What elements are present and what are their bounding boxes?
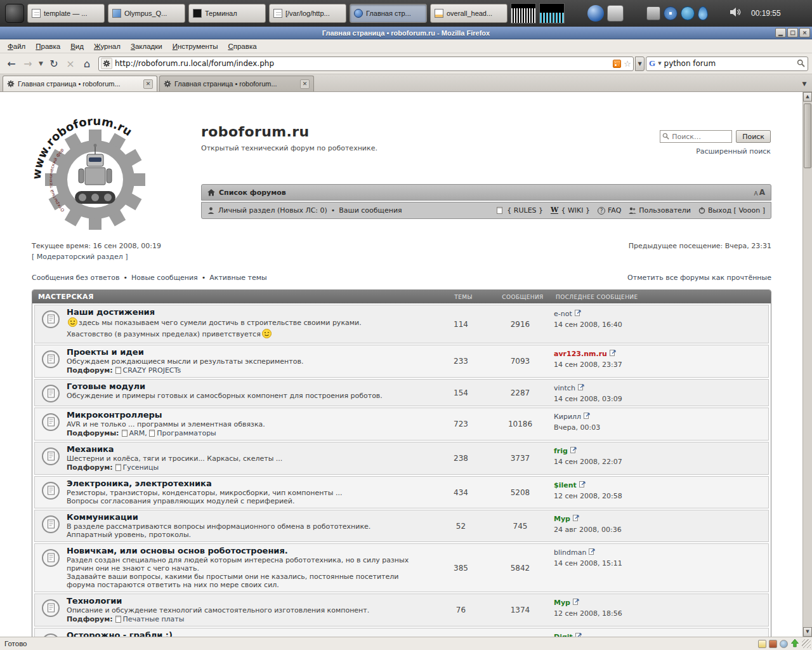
menu-history[interactable]: Журнал [89, 41, 126, 52]
category-title[interactable]: МАСТЕРСКАЯ [38, 293, 94, 301]
forum-row[interactable]: Проекты и идеи Обсуждаем рождающиеся мыс… [34, 345, 769, 378]
web-search-input[interactable] [664, 59, 794, 68]
tab-list-dropdown-icon[interactable]: ▼ [799, 76, 809, 91]
statusbar-image-icon[interactable] [758, 640, 766, 648]
moderator-section-link[interactable]: [ Модераторский раздел ] [32, 253, 128, 261]
forum-row[interactable]: Технологии Описание и обсуждение техноло… [34, 594, 769, 627]
font-size-large[interactable]: A [759, 188, 765, 197]
forum-row[interactable]: Наши достижения здесь мы показываем чего… [34, 305, 769, 343]
goto-last-post-icon[interactable] [575, 632, 582, 637]
lastpost-username[interactable]: e-not [554, 310, 572, 318]
search-bar[interactable]: G ▼ [646, 56, 808, 71]
close-button[interactable]: × [799, 28, 810, 37]
menu-help[interactable]: Справка [223, 41, 261, 52]
forum-row[interactable]: Готовые модули Обсуждение и примеры гото… [34, 379, 769, 406]
droplet-icon[interactable] [698, 6, 708, 20]
goto-last-post-icon[interactable] [610, 349, 617, 358]
menu-tools[interactable]: Инструменты [167, 41, 223, 52]
forum-title[interactable]: Технологии [67, 596, 426, 606]
scroll-up-icon[interactable]: ▲ [803, 92, 812, 102]
globe-icon[interactable] [681, 6, 695, 20]
url-bar[interactable]: ☆ [98, 56, 634, 71]
forum-search-input[interactable] [660, 130, 732, 143]
goto-last-post-icon[interactable] [573, 598, 580, 607]
advanced-search-link[interactable]: Расширенный поиск [696, 147, 771, 156]
titlebar[interactable]: Главная страница • roboforum.ru - Mozill… [0, 27, 812, 39]
lastpost-username[interactable]: avr123.nm.ru [554, 350, 607, 358]
forum-title[interactable]: Новичкам, или основы основ роботостроени… [67, 546, 426, 555]
forum-row[interactable]: Новичкам, или основы основ роботостроени… [34, 543, 769, 592]
lastpost-username[interactable]: vintch [554, 384, 575, 392]
members-link[interactable]: Пользователи [629, 206, 691, 215]
maximize-button[interactable]: □ [787, 28, 798, 37]
taskbar-window-template[interactable]: template — ... [27, 4, 105, 23]
goto-last-post-icon[interactable] [584, 412, 591, 421]
lastpost-username[interactable]: blindman [554, 548, 586, 557]
rss-feed-icon[interactable] [613, 60, 621, 68]
goto-last-post-icon[interactable] [573, 514, 580, 523]
wiki-link[interactable]: W{ WIKI } [551, 206, 590, 215]
breadcrumb-home-link[interactable]: Список форумов [219, 189, 286, 197]
your-posts-link[interactable]: Ваши сообщения [339, 206, 402, 215]
forum-row[interactable]: Электроника, электротехника Резисторы, т… [34, 476, 769, 508]
forward-button[interactable]: → [20, 56, 36, 71]
history-dropdown-icon[interactable]: ▼ [37, 56, 45, 71]
forum-title[interactable]: Готовые модули [67, 381, 426, 391]
goto-last-post-icon[interactable] [578, 383, 585, 392]
app-launcher-icon[interactable] [607, 5, 624, 22]
site-logo[interactable]: www.roboforum.ru Открытый технический фо… [32, 102, 201, 235]
forum-title[interactable]: Электроника, электротехника [67, 479, 426, 488]
tab-close-icon[interactable]: ✕ [143, 79, 153, 89]
cd-icon[interactable] [664, 6, 678, 20]
forum-row[interactable]: Механика Шестерни и колёса, тяги и троси… [34, 442, 769, 475]
subforum-link[interactable]: Гусеницы [115, 463, 159, 472]
statusbar-update-icon[interactable] [790, 639, 799, 649]
active-topics-link[interactable]: Активные темы [209, 274, 267, 282]
vertical-scrollbar[interactable]: ▲ ▼ [802, 92, 812, 637]
goto-last-post-icon[interactable] [579, 481, 586, 489]
browser-launcher-icon[interactable] [587, 5, 604, 22]
forum-title[interactable]: Наши достижения [67, 307, 426, 317]
taskbar-window-editor[interactable]: overall_head... [430, 4, 508, 23]
font-size-control[interactable]: A A [754, 188, 765, 197]
lastpost-username[interactable]: Мур [554, 599, 570, 607]
menu-file[interactable]: Файл [3, 41, 30, 52]
forum-title[interactable]: Проекты и идеи [67, 347, 426, 357]
forum-search-button[interactable]: Поиск [736, 130, 771, 143]
forum-title[interactable]: Осторожно - грабли ;) [67, 630, 426, 637]
tab-2[interactable]: Главная страница • roboforum... ✕ [159, 76, 314, 91]
faq-link[interactable]: ?FAQ [598, 206, 621, 215]
subforum-link[interactable]: CRAZY PROJECTs [115, 366, 181, 375]
home-icon[interactable] [207, 189, 215, 196]
printer-icon[interactable] [646, 6, 660, 20]
forum-row[interactable]: Микроконтроллеры AVR и не только ... про… [34, 408, 769, 441]
new-posts-link[interactable]: Новые сообщения [131, 274, 198, 282]
statusbar-shield-icon[interactable] [769, 640, 777, 648]
mark-forums-read-link[interactable]: Отметить все форумы как прочтённые [627, 274, 771, 282]
tab-close-icon[interactable]: ✕ [300, 79, 310, 89]
rules-link[interactable]: { RULES } [497, 206, 543, 215]
goto-last-post-icon[interactable] [589, 548, 596, 557]
forum-title[interactable]: Коммуникации [67, 512, 426, 522]
lastpost-username[interactable]: Мур [554, 515, 570, 523]
home-button[interactable]: ⌂ [79, 56, 95, 71]
subforum-link[interactable]: ARM [122, 429, 145, 437]
search-engine-dropdown-icon[interactable]: ▼ [658, 61, 661, 66]
goto-last-post-icon[interactable] [570, 446, 577, 455]
bookmark-star-icon[interactable]: ☆ [624, 59, 631, 69]
back-button[interactable]: ← [4, 56, 19, 71]
lastpost-username[interactable]: frig [554, 447, 568, 455]
volume-icon[interactable] [729, 7, 742, 20]
forum-row[interactable]: Коммуникации В разделе рассматриваются в… [34, 510, 769, 542]
subforum-link[interactable]: Печатные платы [115, 615, 185, 623]
subforum-link[interactable]: Программаторы [145, 429, 216, 437]
scrollbar-thumb[interactable] [804, 103, 811, 168]
stop-button[interactable]: × [63, 56, 78, 71]
url-dropdown-button[interactable]: ▼ [635, 56, 645, 71]
goto-last-post-icon[interactable] [575, 309, 582, 318]
lastpost-username[interactable]: Кирилл [554, 413, 581, 421]
menu-bookmarks[interactable]: Закладки [126, 41, 167, 52]
forum-title[interactable]: Механика [67, 444, 426, 454]
resize-grip[interactable] [802, 639, 811, 648]
forum-row[interactable]: Осторожно - грабли ;) Digit [34, 628, 769, 637]
